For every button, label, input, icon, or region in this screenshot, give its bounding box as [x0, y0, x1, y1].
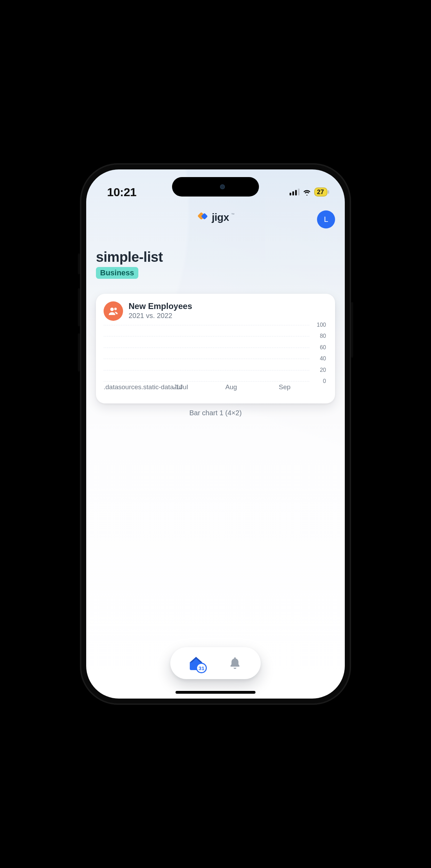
nav-home[interactable]: 31: [184, 651, 208, 675]
status-time: 10:21: [107, 185, 136, 199]
page-title-block: simple-list Business: [96, 249, 335, 279]
x-tick-label: Sep: [279, 383, 291, 391]
phone-volume-up: [78, 288, 80, 326]
category-badge: Business: [96, 267, 138, 279]
x-tick-label: Aug: [225, 383, 237, 391]
card-titles: New Employees 2021 vs. 2022: [129, 301, 192, 320]
phone-silence-switch: [78, 253, 80, 274]
chart-card[interactable]: New Employees 2021 vs. 2022 020406080100…: [96, 294, 335, 403]
y-tick-label: 20: [320, 367, 326, 373]
wifi-icon: [302, 189, 311, 195]
y-tick-label: 60: [320, 344, 326, 351]
card-caption: Bar chart 1 (4×2): [86, 409, 345, 417]
x-tick-label: Jul: [173, 383, 182, 391]
avatar-initial: L: [324, 215, 328, 224]
card-title: New Employees: [129, 301, 192, 311]
chart-x-axis: .datasources.static-data-1JulJulAugSep: [104, 381, 309, 391]
phone-frame: 10:21 27: [80, 163, 351, 705]
bell-icon: [228, 656, 242, 670]
battery-percentage: 27: [317, 189, 324, 196]
phone-power-button: [351, 302, 353, 358]
screen: 10:21 27: [86, 169, 345, 699]
svg-point-3: [114, 308, 117, 310]
profile-avatar[interactable]: L: [317, 210, 335, 228]
people-icon: [104, 301, 123, 321]
dynamic-island: [172, 177, 259, 197]
nav-notifications[interactable]: [223, 651, 247, 675]
svg-point-2: [110, 308, 114, 311]
status-right: 27: [290, 187, 327, 197]
brand-logo: jigx ™: [196, 211, 235, 224]
home-badge-count: 31: [196, 663, 207, 673]
battery-indicator: 27: [314, 187, 327, 197]
jigx-logomark-icon: [196, 211, 209, 224]
card-header: New Employees 2021 vs. 2022: [104, 301, 327, 321]
page-title: simple-list: [96, 249, 335, 265]
y-tick-label: 0: [323, 378, 326, 384]
brand-trademark: ™: [231, 212, 235, 216]
y-tick-label: 80: [320, 333, 326, 339]
bar-chart: 020406080100 .datasources.static-data-1J…: [104, 325, 327, 391]
app-header: jigx ™ L simple-list Business: [86, 204, 345, 279]
brand-name: jigx: [212, 211, 229, 223]
chart-y-axis: 020406080100: [311, 325, 327, 381]
y-tick-label: 100: [317, 322, 326, 328]
front-camera-icon: [220, 184, 225, 189]
home-indicator[interactable]: [176, 691, 255, 694]
chart-plot-area: [104, 325, 309, 381]
y-tick-label: 40: [320, 356, 326, 362]
bottom-nav: 31: [170, 647, 261, 679]
card-subtitle: 2021 vs. 2022: [129, 312, 192, 320]
phone-volume-down: [78, 333, 80, 372]
cellular-signal-icon: [290, 189, 300, 195]
stage: 10:21 27: [0, 0, 431, 868]
